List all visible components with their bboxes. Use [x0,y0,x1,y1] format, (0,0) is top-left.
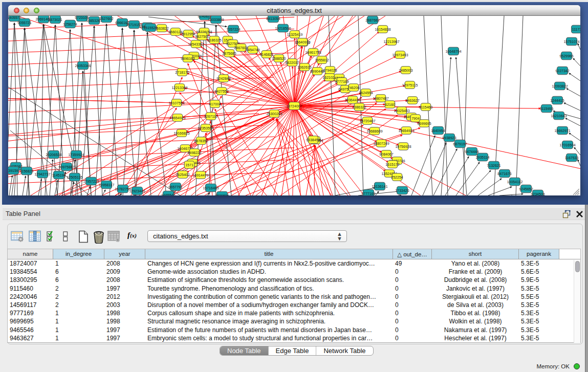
svg-text:18724007: 18724007 [286,104,302,108]
svg-text:9234508: 9234508 [531,192,545,195]
svg-text:8471676: 8471676 [497,172,511,176]
svg-text:15136141: 15136141 [372,185,387,188]
svg-text:3498222: 3498222 [187,151,201,155]
svg-text:2887682: 2887682 [365,18,379,22]
svg-text:9896163: 9896163 [181,57,194,60]
svg-text:16648794: 16648794 [445,50,461,53]
svg-text:19654923: 19654923 [169,116,185,120]
svg-text:1258274: 1258274 [63,23,77,26]
svg-text:9115460: 9115460 [419,105,433,109]
svg-text:12923446: 12923446 [129,189,145,193]
svg-text:10025453: 10025453 [394,109,409,113]
svg-text:6879197: 6879197 [453,142,467,146]
svg-text:16543362: 16543362 [188,42,204,46]
svg-text:12505135: 12505135 [67,176,82,179]
svg-text:1145194: 1145194 [52,173,66,177]
svg-text:8427552: 8427552 [214,90,228,93]
svg-text:17359924: 17359924 [68,153,84,157]
svg-text:7515526: 7515526 [143,26,157,30]
svg-text:16154838: 16154838 [375,28,390,31]
svg-text:9699695: 9699695 [215,194,229,195]
svg-text:9055721: 9055721 [17,21,31,25]
svg-text:9777169: 9777169 [335,80,349,83]
svg-text:16782759: 16782759 [115,187,130,191]
svg-text:7386322: 7386322 [352,105,366,109]
svg-text:62160: 62160 [385,103,395,106]
svg-text:19654923: 19654923 [398,129,414,133]
svg-text:1167533: 1167533 [565,156,579,160]
svg-text:8660124: 8660124 [168,30,182,34]
svg-text:7625402: 7625402 [176,173,189,177]
svg-text:12975115: 12975115 [402,83,418,87]
svg-text:8990448: 8990448 [310,70,324,73]
svg-text:252254: 252254 [391,176,403,179]
svg-text:2935114: 2935114 [476,156,490,159]
svg-text:15720407: 15720407 [359,119,375,123]
svg-text:9338454: 9338454 [306,138,320,142]
svg-text:8454749: 8454749 [246,48,259,52]
svg-text:1527602: 1527602 [99,17,113,20]
svg-text:20364436: 20364436 [344,98,360,102]
svg-text:12942737: 12942737 [34,172,50,176]
svg-text:9242848: 9242848 [216,77,230,80]
svg-text:1733426: 1733426 [395,189,409,192]
svg-text:10688609: 10688609 [366,129,382,133]
svg-text:9465546: 9465546 [161,193,175,195]
svg-text:7904: 7904 [411,117,420,120]
svg-text:19166825: 19166825 [173,132,189,135]
svg-text:9245652: 9245652 [519,187,533,191]
svg-text:1405572: 1405572 [8,16,21,19]
svg-text:5822037: 5822037 [285,61,299,64]
svg-text:1615172: 1615172 [385,163,399,166]
svg-text:9474444: 9474444 [465,150,478,154]
svg-text:16961758: 16961758 [305,51,321,54]
svg-text:11325419: 11325419 [287,33,303,36]
svg-text:16914479: 16914479 [192,173,208,177]
svg-text:9777169: 9777169 [361,192,375,195]
svg-text:19218506: 19218506 [275,27,291,30]
svg-text:3624554: 3624554 [359,91,373,95]
svg-text:18807249: 18807249 [373,142,389,145]
svg-text:6794028: 6794028 [323,69,337,72]
svg-text:7485003: 7485003 [399,69,412,72]
svg-text:12093822: 12093822 [552,84,568,88]
svg-text:1156829: 1156829 [20,169,34,173]
svg-text:15692971: 15692971 [554,129,570,133]
svg-text:1244415: 1244415 [550,99,564,102]
svg-text:746206: 746206 [347,86,359,90]
svg-text:12213967: 12213967 [383,40,399,43]
svg-text:8938923: 8938923 [442,136,456,140]
svg-text:9084067: 9084067 [379,152,393,156]
svg-text:17957225: 17957225 [83,180,99,183]
svg-text:5115955: 5115955 [540,107,554,111]
svg-text:8912954: 8912954 [181,32,195,36]
svg-text:1873021: 1873021 [48,18,62,21]
svg-text:2718170: 2718170 [175,71,189,74]
svg-text:17016504: 17016504 [559,143,575,147]
svg-text:7357224: 7357224 [226,28,240,31]
svg-text:20206538: 20206538 [46,153,61,157]
svg-text:1362615: 1362615 [297,65,311,69]
svg-text:1571: 1571 [185,163,193,167]
svg-text:12213369: 12213369 [171,86,187,90]
svg-text:9146821: 9146821 [259,53,273,56]
svg-text:10107554: 10107554 [168,101,184,105]
svg-text:9827500: 9827500 [195,35,209,38]
svg-text:8878352: 8878352 [194,139,208,143]
svg-text:8813054: 8813054 [266,17,280,20]
svg-text:1640954: 1640954 [431,129,445,133]
svg-text:16210643: 16210643 [551,114,567,118]
svg-text:25300203: 25300203 [266,112,282,116]
svg-text:10807487: 10807487 [373,97,388,100]
svg-text:26053346: 26053346 [75,64,91,68]
svg-text:16033809: 16033809 [208,18,224,21]
svg-text:8186325: 8186325 [207,38,221,42]
svg-text:10958117: 10958117 [99,183,115,187]
svg-text:19756928: 19756928 [395,145,411,148]
svg-text:3875685: 3875685 [222,52,236,55]
svg-text:9699695: 9699695 [417,122,431,125]
svg-text:39159: 39159 [8,169,18,172]
svg-text:9529966: 9529966 [559,54,573,58]
svg-text:15640910: 15640910 [294,40,310,44]
svg-text:1588520: 1588520 [272,57,286,60]
